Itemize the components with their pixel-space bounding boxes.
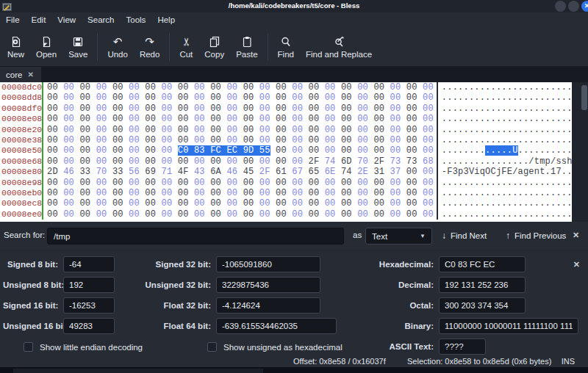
new-button[interactable]: New [1,28,30,66]
close-window-button[interactable]: ✕ [581,1,588,12]
hex-bytes[interactable]: 00 00 00 00 00 00 00 00 00 00 00 00 00 0… [42,104,434,114]
hex-ascii[interactable]: ........................ [437,125,572,135]
hex-ascii[interactable]: ........................ [437,178,572,188]
redo-button[interactable]: ↷Redo [134,28,166,66]
undo-button[interactable]: ↶Undo [101,28,134,66]
unsigned-8-bit-field[interactable] [63,277,115,293]
hex-bytes[interactable]: 2D 46 33 70 33 56 69 71 4F 43 6A 46 45 2… [42,167,434,177]
copy-button[interactable]: Copy [198,28,230,66]
byte-space [90,145,96,156]
hex-byte: 00 [47,135,58,145]
hex-ascii[interactable]: ........................ [437,135,572,145]
open-button[interactable]: Open [30,28,62,66]
hex-byte: 2F [309,156,320,167]
byte-space [123,156,129,167]
menu-item-tools[interactable]: Tools [121,12,152,28]
hex-bytes[interactable]: 00 00 00 00 00 00 00 00 00 00 00 00 00 0… [42,82,434,93]
hex-ascii[interactable]: -F3p3ViqOCjFE/agent.17.. [437,167,572,177]
find-and-replace-button[interactable]: Find and Replace [300,28,378,66]
panel-close-icon[interactable]: ✕ [573,260,580,269]
search-close-icon[interactable]: ✕ [573,231,579,240]
binary-field[interactable] [439,318,578,334]
save-button[interactable]: Save [62,28,93,66]
byte-space [401,198,406,209]
hex-byte: 00 [47,156,58,167]
menu-item-edit[interactable]: Edit [26,12,52,28]
signed-32-bit-field[interactable] [216,256,320,272]
tab-close-icon[interactable]: ✕ [27,70,33,79]
byte-space [303,82,308,93]
hexadecimal-field[interactable] [439,256,526,272]
menu-item-file[interactable]: File [0,12,26,28]
byte-space [172,156,177,167]
unsigned-16-bit-field[interactable] [63,318,115,334]
menu-item-help[interactable]: Help [151,12,181,28]
find-previous-button[interactable]: ↑ Find Previous [506,231,566,241]
signed-16-bit-field[interactable] [63,297,115,314]
decimal-field[interactable] [439,277,526,293]
hex-bytes[interactable]: 00 00 00 00 00 00 00 00 00 00 00 00 00 0… [42,93,434,103]
hex-ascii[interactable]: ........................ [437,198,572,209]
search-type-select[interactable]: Text ▼ [365,228,432,245]
hex-bytes[interactable]: 00 00 00 00 00 00 00 00 C0 83 FC EC 9D 5… [42,145,434,156]
float-64-bit-field[interactable] [216,318,337,334]
show-unsigned-hex-checkbox[interactable] [207,342,217,352]
find-next-button[interactable]: ↓ Find Next [442,231,487,241]
hex-bytes[interactable]: 00 00 00 00 00 00 00 00 00 00 00 00 00 0… [42,125,434,135]
hex-byte: 00 [325,93,336,103]
scrollbar-thumb[interactable] [581,85,587,110]
hex-row: 00008e5000 00 00 00 00 00 00 00 C0 83 FC… [0,145,572,156]
hex-bytes[interactable]: 00 00 00 00 00 00 00 00 00 00 00 00 00 0… [42,198,434,209]
show-little-endian-checkbox[interactable] [24,342,33,352]
vertical-scrollbar[interactable] [572,82,588,222]
hex-bytes[interactable]: 00 00 00 00 00 00 00 00 00 00 00 00 00 0… [42,156,434,167]
hex-ascii[interactable]: .............U.......... [437,145,572,156]
hex-byte: 00 [194,156,205,167]
float-32-bit-field[interactable] [216,297,320,314]
hex-bytes[interactable]: 00 00 00 00 00 00 00 00 00 00 00 00 00 0… [42,135,434,145]
signed-8-bit-field[interactable] [63,256,115,272]
byte-space [336,167,341,177]
cut-button[interactable]: ✂Cut [173,28,198,66]
hex-ascii[interactable]: ........................ [437,114,572,124]
byte-space [336,188,341,198]
ascii-text-field[interactable] [439,338,486,355]
background-window-titlebar [13,369,263,373]
tab-core[interactable]: core ✕ [0,67,41,82]
search-input[interactable] [47,228,344,245]
hex-bytes[interactable]: 00 00 00 00 00 00 00 00 00 00 00 00 00 0… [42,188,434,198]
byte-space [237,114,243,124]
hex-ascii[interactable]: ........................ [437,93,572,103]
unsigned-32-bit-field[interactable] [216,277,320,293]
menu-item-search[interactable]: Search [82,12,120,28]
ascii-char: . [518,125,523,135]
minimize-button[interactable] [555,1,566,12]
hex-rows[interactable]: 00008dc000 00 00 00 00 00 00 00 00 00 00… [0,82,572,222]
byte-space [319,135,324,145]
menu-item-view[interactable]: View [51,12,82,28]
maximize-button[interactable] [568,1,579,12]
hex-byte: 00 [194,82,205,93]
hex-ascii[interactable]: ........................ [437,104,572,114]
convert-field: Unsigned 16 bit: [3,318,115,334]
hex-ascii[interactable]: ................/tmp/ssh [437,156,572,167]
window-title: /home/kali/codebreakers/t5/core - Bless [74,1,514,10]
hex-byte: 00 [129,145,140,156]
convert-field: Float 32 bit: [122,297,337,314]
hex-byte: 70 [96,167,107,177]
hex-ascii[interactable]: ........................ [437,209,572,220]
find-button[interactable]: Find [272,28,300,66]
ascii-char: . [539,145,545,156]
ascii-char: . [539,209,545,220]
hex-byte: 00 [259,198,270,209]
hex-bytes[interactable]: 00 00 00 00 00 00 00 00 00 00 00 00 00 0… [42,114,434,124]
ascii-char: . [507,156,512,167]
paste-button[interactable]: Paste [230,28,263,66]
hex-ascii[interactable]: ........................ [437,188,572,198]
hex-bytes[interactable]: 00 00 00 00 00 00 00 00 00 00 00 00 00 0… [42,178,434,188]
hex-ascii[interactable]: ........................ [437,82,572,93]
hex-byte: 00 [47,104,58,114]
byte-space [384,167,390,177]
hex-bytes[interactable]: 00 00 00 00 00 00 00 00 00 00 00 00 00 0… [42,209,434,220]
octal-field[interactable] [439,297,526,314]
